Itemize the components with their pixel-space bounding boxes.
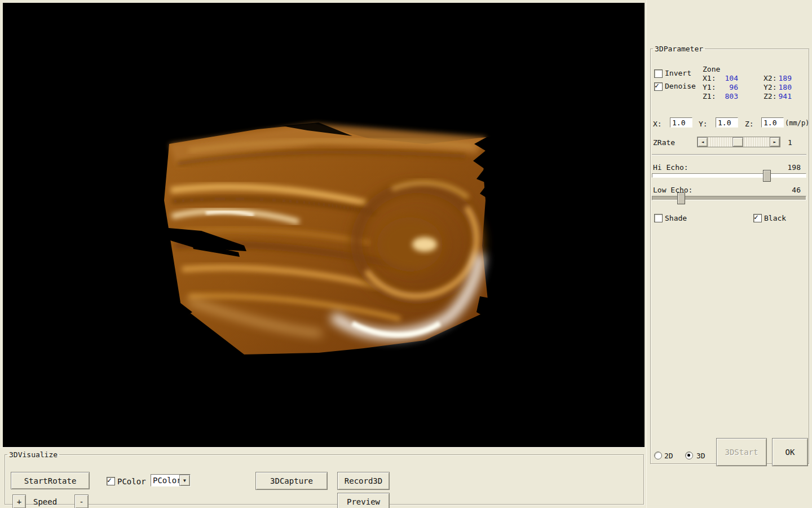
zone-y1-value: 96 [716,83,738,91]
hi-echo-thumb[interactable] [763,170,771,182]
zrate-label: ZRate [653,138,675,147]
parameter-panel: 3DParameter ✓ Invert ✓ Denoise Zone X1: … [646,0,812,508]
zone-z1-label: Z1: [703,92,716,100]
black-label: Black [764,214,786,222]
ok-button[interactable]: OK [772,438,808,466]
3dcapture-button[interactable]: 3DCapture [255,472,328,490]
zrate-value: 1 [788,138,792,147]
check-icon: ✓ [754,213,758,221]
x-scale-label: X: [653,120,662,128]
low-echo-track[interactable] [652,196,806,200]
low-echo-value: 46 [769,186,801,194]
visualize-panel: 3DVisualize StartRotate + Speed - ✓ PCol… [0,447,646,508]
zrate-left-arrow-icon[interactable]: ◄ [698,137,708,147]
zone-x1-value: 104 [716,74,738,82]
low-echo-thumb[interactable] [677,192,685,204]
start-rotate-button[interactable]: StartRotate [11,472,90,489]
hi-echo-track[interactable] [652,173,806,178]
invert-label: Invert [665,69,691,77]
denoise-checkbox[interactable]: ✓ [654,82,663,91]
record3d-button[interactable]: Record3D [337,472,390,490]
mode-3d-label: 3D [696,452,705,460]
z-scale-label: Z: [745,120,754,128]
hi-echo-label: Hi Echo: [653,163,689,172]
mode-3d-radio[interactable] [685,452,693,459]
y-scale-input[interactable] [716,117,738,128]
pcolor-label: PColor [117,477,146,486]
check-icon: ✓ [107,476,112,484]
speed-plus-button[interactable]: + [12,494,26,508]
zrate-right-arrow-icon[interactable]: ► [770,137,780,147]
shade-checkbox[interactable]: ✓ [654,214,663,222]
ultrasound-volume-render [3,3,645,447]
denoise-label: Denoise [665,82,696,90]
pcolor-combo-value: PColor [151,475,179,486]
y-scale-label: Y: [699,120,708,128]
3d-viewport[interactable] [3,3,645,447]
zrate-thumb[interactable] [732,137,743,147]
group-title: 3DParameter [653,45,705,52]
speed-label: Speed [33,497,57,506]
low-echo-label: Low Echo: [653,186,692,194]
group-title: 3DVisualize [7,451,59,458]
zone-z1-value: 803 [716,92,738,100]
shade-label: Shade [665,214,687,222]
preview-button[interactable]: Preview [337,493,390,508]
z-scale-input[interactable] [761,117,784,128]
zone-y1-label: Y1: [703,83,716,91]
mode-2d-radio[interactable] [654,452,662,459]
zone-z2-value: 941 [769,92,792,100]
zone-x2-value: 189 [769,74,792,82]
mode-2d-label: 2D [664,452,673,460]
black-checkbox[interactable]: ✓ [753,214,762,222]
speed-minus-button[interactable]: - [74,494,89,508]
check-icon: ✓ [655,81,659,90]
radio-dot [687,454,690,457]
zone-x1-label: X1: [703,74,716,82]
dropdown-arrow-icon[interactable]: ▼ [179,475,190,486]
zrate-scrollbar[interactable]: ◄ ► [697,137,780,147]
pcolor-combobox[interactable]: PColor ▼ [151,474,191,487]
3dvisualize-group: 3DVisualize StartRotate + Speed - ✓ PCol… [5,451,644,505]
divider [652,154,806,155]
invert-checkbox[interactable]: ✓ [654,69,663,78]
scale-unit-label: (mm/p) [785,119,809,127]
zone-y2-value: 180 [769,83,792,91]
hi-echo-value: 198 [769,163,801,172]
3dparameter-group: 3DParameter ✓ Invert ✓ Denoise Zone X1: … [650,45,809,464]
3dstart-button[interactable]: 3DStart [716,438,767,466]
x-scale-input[interactable] [670,117,692,128]
app-window: 3DParameter ✓ Invert ✓ Denoise Zone X1: … [0,0,812,508]
zone-title: Zone [703,65,720,73]
pcolor-checkbox[interactable]: ✓ [107,477,115,485]
